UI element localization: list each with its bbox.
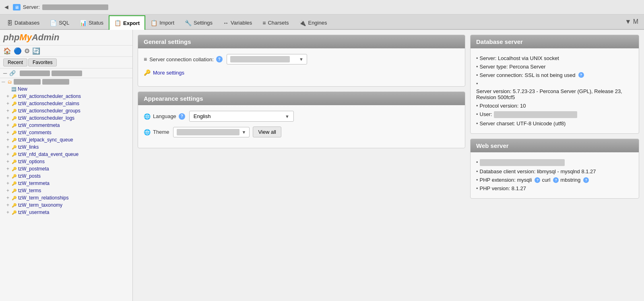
- expand-icon: +: [6, 166, 9, 172]
- curl-help-icon[interactable]: ?: [553, 177, 559, 183]
- db-server-list: Server: Localhost via UNIX socket Server…: [476, 54, 633, 128]
- list-item[interactable]: + 🔑 tzW_posts: [0, 172, 132, 180]
- tab-status[interactable]: 📊 Status: [74, 15, 109, 30]
- info-icon[interactable]: 🔵: [14, 47, 22, 55]
- sidebar-controls: ─ 🔗 ████ ████: [0, 69, 132, 78]
- tab-export[interactable]: 📋 Export: [109, 15, 145, 30]
- list-item[interactable]: + 🔑 tzW_actionscheduler_logs: [0, 114, 132, 122]
- settings-icon: 🔧: [185, 20, 192, 26]
- gear-icon[interactable]: ⚙: [24, 47, 30, 55]
- db-server-header: Database server: [471, 35, 639, 48]
- user-value-blurred: ████████████████: [494, 111, 577, 118]
- list-item[interactable]: + 🔑 tzW_term_relationships: [0, 194, 132, 201]
- expand-icon: ─: [2, 79, 5, 85]
- list-icon: ≡: [144, 56, 147, 62]
- language-help-icon[interactable]: ?: [179, 113, 185, 120]
- charset-text: Server charset: UTF-8 Unicode (utf8): [480, 120, 566, 127]
- list-item[interactable]: + 🔑 tzW_actionscheduler_groups: [0, 107, 132, 114]
- table-icon: 🔑: [12, 145, 17, 149]
- list-item[interactable]: + 🔑 tzW_postmeta: [0, 165, 132, 172]
- language-select[interactable]: English ▼: [189, 111, 294, 122]
- tab-more-button[interactable]: ▼ M: [621, 15, 642, 29]
- refresh-icon[interactable]: 🔄: [32, 47, 40, 55]
- theme-select-group: ██████████ ▼ View all: [173, 127, 281, 137]
- php-ext-mbstring: mbstring: [560, 177, 580, 183]
- ssl-help-icon[interactable]: ?: [578, 72, 584, 78]
- mbstring-help-icon[interactable]: ?: [583, 177, 589, 183]
- sidebar: phpMyAdmin 🏠 🔵 ⚙ 🔄 Recent Favorites ─ 🔗 …: [0, 30, 133, 301]
- variables-icon: ↔: [223, 20, 229, 26]
- language-icon: 🌐: [144, 113, 151, 120]
- table-icon: 🔑: [12, 138, 17, 142]
- tab-databases-label: Databases: [14, 20, 39, 26]
- expand-icon: +: [6, 159, 9, 164]
- list-item[interactable]: + 🔑 tzW_links: [0, 143, 132, 151]
- db-item-label: tzW_actionscheduler_logs: [18, 115, 74, 121]
- list-item[interactable]: + 🔑 tzW_commentmeta: [0, 122, 132, 129]
- home-icon[interactable]: 🏠: [3, 47, 11, 55]
- db-item-label: tzW_termmeta: [18, 181, 50, 186]
- view-all-button[interactable]: View all: [253, 127, 281, 137]
- back-arrow-icon[interactable]: ◄: [3, 4, 10, 11]
- collation-help-icon[interactable]: ?: [216, 56, 223, 62]
- table-icon: 🔑: [12, 189, 17, 193]
- list-item: ████████ ████████: [476, 158, 633, 167]
- php-ext-row: PHP extension: mysqli ? curl ? mbstring …: [480, 177, 589, 183]
- db-item-label: tzW_commentmeta: [18, 122, 60, 128]
- theme-dropdown[interactable]: ██████████ ▼: [173, 127, 250, 137]
- recent-favorites-row: Recent Favorites: [0, 57, 132, 69]
- general-settings-title: General settings: [144, 38, 191, 45]
- tab-engines[interactable]: 🔌 Engines: [294, 15, 332, 30]
- theme-label: 🌐 Theme: [144, 129, 169, 135]
- db-item-label: tzW_terms: [18, 188, 41, 193]
- list-item[interactable]: + 🔑 tzW_actionscheduler_claims: [0, 100, 132, 107]
- tab-databases[interactable]: 🗄 Databases: [2, 15, 45, 30]
- export-icon: 📋: [114, 20, 121, 26]
- list-item[interactable]: + 🔑 tzW_nfd_data_event_queue: [0, 151, 132, 158]
- db-item-label: tzW_term_relationships: [18, 195, 68, 201]
- list-item[interactable]: + 🔑 tzW_actionscheduler_actions: [0, 93, 132, 100]
- tab-variables[interactable]: ↔ Variables: [218, 15, 257, 30]
- table-icon: 🔑: [12, 102, 17, 106]
- list-item[interactable]: + 🔑 tzW_usermeta: [0, 209, 132, 216]
- tab-charsets[interactable]: ≡ Charsets: [257, 15, 294, 30]
- more-settings-link[interactable]: 🔑 More settings: [144, 69, 184, 76]
- mysqli-help-icon[interactable]: ?: [535, 177, 540, 183]
- language-label: 🌐 Language ?: [144, 113, 185, 120]
- import-icon: 📋: [151, 20, 157, 26]
- new-item-icon: 🆕: [11, 87, 16, 91]
- new-item[interactable]: 🆕 New: [0, 85, 132, 93]
- link-icon[interactable]: 🔗: [9, 70, 16, 76]
- table-icon: 🔑: [12, 152, 17, 157]
- list-item[interactable]: + 🔑 tzW_term_taxonomy: [0, 201, 132, 209]
- tab-import[interactable]: 📋 Import: [145, 15, 180, 30]
- tab-settings[interactable]: 🔧 Settings: [180, 15, 218, 30]
- content-right: Database server Server: Localhost via UN…: [470, 35, 639, 296]
- list-item[interactable]: + 🔑 tzW_termmeta: [0, 180, 132, 187]
- list-item: Server type: Percona Server: [476, 62, 633, 71]
- list-item[interactable]: + 🔑 tzW_options: [0, 158, 132, 165]
- db-item-label: tzW_term_taxonomy: [18, 202, 62, 208]
- web-server-body: ████████ ████████ Database client versio…: [471, 152, 639, 198]
- favorites-button[interactable]: Favorites: [28, 58, 57, 66]
- list-item[interactable]: + 🔑 tzW_terms: [0, 187, 132, 194]
- server-info-text: Server: Localhost via UNIX socket: [480, 55, 559, 61]
- table-icon: 🔑: [12, 131, 17, 135]
- db-client-text: Database client version: libmysql - mysq…: [480, 168, 596, 174]
- expand-icon: +: [6, 144, 9, 150]
- web-server-blurred: ████████ ████████: [480, 159, 565, 166]
- list-item[interactable]: + 🔑 tzW_jetpack_sync_queue: [0, 136, 132, 143]
- expand-icon: +: [6, 122, 9, 128]
- collapse-all-icon[interactable]: ─: [3, 70, 7, 76]
- collation-select[interactable]: ████████ ▼: [227, 54, 307, 64]
- db-server-title: Database server: [476, 38, 523, 45]
- expand-icon: +: [6, 202, 9, 208]
- list-item[interactable]: + 🔑 tzW_comments: [0, 129, 132, 136]
- server-name-blurred: ████████ ████████: [42, 4, 108, 10]
- root-blurred-2: ████: [42, 79, 69, 85]
- recent-button[interactable]: Recent: [3, 58, 27, 66]
- tree-root[interactable]: ─ 🗂 ████ ████: [0, 78, 132, 85]
- tab-export-label: Export: [123, 20, 140, 26]
- tab-sql[interactable]: 📄 SQL: [45, 15, 74, 30]
- web-server-title: Web server: [476, 142, 509, 149]
